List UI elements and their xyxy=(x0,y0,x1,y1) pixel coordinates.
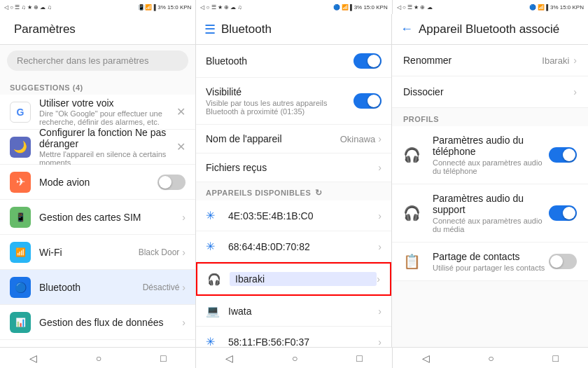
settings-item-bluetooth[interactable]: 🔵 Bluetooth Désactivé › xyxy=(0,270,195,305)
profile-media-audio[interactable]: 🎧 Paramètres audio du support Connecté a… xyxy=(392,184,588,243)
data-label: Gestion des flux de données xyxy=(39,317,182,328)
status-left-icons: ◁ ○ ☰ ♫ ★ ⊕ ☁ ♫ xyxy=(4,4,51,11)
settings-item-sim[interactable]: 📱 Gestion des cartes SIM › xyxy=(0,200,195,235)
bt-name-text: Nom de l'appareil xyxy=(206,133,340,144)
settings-item-voice-text: Utiliser votre voix Dire "Ok Google" pou… xyxy=(39,97,176,126)
recent-nav-btn-1[interactable]: □ xyxy=(153,353,173,364)
back-nav-btn-2[interactable]: ◁ xyxy=(218,353,240,364)
status-bar: ◁ ○ ☰ ♫ ★ ⊕ ☁ ♫ 📳📶 ▌3% 15:0 KPN ◁ ○ ☰ ★ … xyxy=(0,0,588,14)
bt-device-label-0: 4E:03:5E:4B:1B:C0 xyxy=(228,210,378,222)
bt-device-icon-58: ✳ xyxy=(206,335,220,347)
dissociate-label: Dissocier xyxy=(403,86,573,97)
settings-title: Paramètres xyxy=(14,22,76,36)
dnd-label: Configurer la fonction Ne pas déranger xyxy=(39,127,176,149)
bt-device-icon-1: ✳ xyxy=(206,240,220,253)
wifi-icon: 📶 xyxy=(10,242,31,263)
recent-nav-btn-2[interactable]: □ xyxy=(349,353,369,364)
status-right-icons: 📳📶 ▌3% 15:0 KPN xyxy=(138,4,191,11)
device-title: Appareil Bluetooth associé xyxy=(419,22,559,36)
bluetooth-title: Bluetooth xyxy=(221,22,272,36)
profile-contacts-sublabel: Utilisé pour partager les contacts xyxy=(433,264,549,272)
chevron-icon-files: › xyxy=(378,162,382,173)
bt-devices-section-label: APPAREILS DISPONIBLES ↻ xyxy=(196,182,391,200)
bt-device-ibaraki[interactable]: 🎧 Ibaraki › xyxy=(196,262,391,296)
bt-name-label: Nom de l'appareil xyxy=(206,133,340,144)
bt-device-0[interactable]: ✳ 4E:03:5E:4B:1B:C0 › xyxy=(196,200,391,231)
dissociate-item[interactable]: Dissocier › xyxy=(392,76,588,108)
bt-device-1[interactable]: ✳ 68:64:4B:0D:70:82 › xyxy=(196,231,391,262)
status-bar-panel1: ◁ ○ ☰ ♫ ★ ⊕ ☁ ♫ 📳📶 ▌3% 15:0 KPN xyxy=(0,0,196,14)
settings-item-data[interactable]: 📊 Gestion des flux de données › xyxy=(0,305,195,340)
bt-toggle-item[interactable]: Bluetooth xyxy=(196,45,391,78)
back-icon[interactable]: ← xyxy=(400,22,413,36)
bt-device-label-1: 68:64:4B:0D:70:82 xyxy=(228,241,378,252)
close-icon-dnd[interactable]: ✕ xyxy=(176,140,186,154)
nav-section-2: ◁ ○ □ xyxy=(196,348,392,368)
airplane-toggle[interactable] xyxy=(158,175,186,190)
profile-phone-audio[interactable]: 🎧 Paramètres audio du téléphone Connecté… xyxy=(392,126,588,184)
profile-phone-audio-label: Paramètres audio du téléphone xyxy=(433,135,549,157)
settings-item-airplane[interactable]: ✈ Mode avion xyxy=(0,165,195,200)
settings-item-voice[interactable]: G Utiliser votre voix Dire "Ok Google" p… xyxy=(0,95,195,130)
bt-device-iwata[interactable]: 💻 Iwata › xyxy=(196,296,391,327)
chevron-icon-d0: › xyxy=(378,210,382,222)
home-nav-btn-2[interactable]: ○ xyxy=(285,353,304,364)
chevron-icon-rename: › xyxy=(573,55,577,66)
settings-item-wifi[interactable]: 📶 Wi-Fi Black Door › xyxy=(0,235,195,270)
settings-item-airplane-text: Mode avion xyxy=(39,177,158,188)
bt-main-toggle[interactable] xyxy=(354,53,382,69)
settings-item-dnd[interactable]: 🌙 Configurer la fonction Ne pas déranger… xyxy=(0,130,195,165)
device-detail-panel: ← Appareil Bluetooth associé Renommer Ib… xyxy=(392,14,588,347)
profile-contacts-toggle[interactable] xyxy=(549,254,577,269)
profile-media-audio-toggle[interactable] xyxy=(549,205,577,221)
back-nav-btn-1[interactable]: ◁ xyxy=(22,353,44,364)
chevron-icon-wifi: › xyxy=(182,247,186,258)
more-icon: + xyxy=(10,347,31,348)
rename-item[interactable]: Renommer Ibaraki › xyxy=(392,45,588,76)
rename-value: Ibaraki xyxy=(542,55,569,66)
bt-name-item[interactable]: Nom de l'appareil Okinawa › xyxy=(196,125,391,154)
bt-files-label: Fichiers reçus xyxy=(206,162,378,173)
chevron-icon-ibaraki: › xyxy=(377,273,380,285)
profile-media-audio-icon: 🎧 xyxy=(403,205,423,222)
bt-device-icon-0: ✳ xyxy=(206,209,220,222)
bluetooth-settings-icon: 🔵 xyxy=(10,277,31,298)
wifi-value: Black Door xyxy=(139,247,180,257)
bt-device-icon-ibaraki: 🎧 xyxy=(207,273,221,286)
home-nav-btn-1[interactable]: ○ xyxy=(89,353,108,364)
settings-search[interactable]: Rechercher dans les paramètres xyxy=(7,50,188,71)
profile-phone-audio-toggle[interactable] xyxy=(549,147,577,163)
refresh-icon[interactable]: ↻ xyxy=(315,188,323,198)
settings-item-more[interactable]: + Plus › xyxy=(0,340,195,347)
recent-nav-btn-3[interactable]: □ xyxy=(546,353,566,364)
dnd-icon: 🌙 xyxy=(10,137,31,158)
status-left2: ◁ ○ ☰ ★ ⊕ ☁ ♫ xyxy=(200,4,241,11)
bt-device-58[interactable]: ✳ 58:11:FB:56:F0:37 › xyxy=(196,327,391,347)
bt-visibility-item[interactable]: Visibilité Visible par tous les autres a… xyxy=(196,78,391,125)
profile-phone-audio-text: Paramètres audio du téléphone Connecté a… xyxy=(433,135,549,175)
bt-visibility-label: Visibilité xyxy=(206,86,354,97)
home-nav-btn-3[interactable]: ○ xyxy=(481,353,500,364)
profile-contacts[interactable]: 📋 Partage de contacts Utilisé pour parta… xyxy=(392,243,588,281)
chevron-icon-sim: › xyxy=(182,212,186,223)
bt-device-label-ibaraki: Ibaraki xyxy=(230,272,377,286)
nav-section-3: ◁ ○ □ xyxy=(393,348,588,368)
bt-visibility-toggle[interactable] xyxy=(354,93,382,109)
settings-header: Paramètres xyxy=(0,14,195,45)
bt-device-label-iwata: Iwata xyxy=(228,306,378,317)
status-bar-panel3: ◁ ○ ☰ ★ ⊕ ☁ 🔵 📶 ▌3% 15:0 KPN xyxy=(393,0,588,14)
airplane-label: Mode avion xyxy=(39,177,158,188)
bt-main-label: Bluetooth xyxy=(206,55,354,67)
settings-item-sim-text: Gestion des cartes SIM xyxy=(39,212,182,223)
back-nav-btn-3[interactable]: ◁ xyxy=(415,353,437,364)
bt-device-58-container: ✳ 58:11:FB:56:F0:37 › ✕ Arrêter ⋮ Plus xyxy=(196,327,391,347)
chevron-icon-data: › xyxy=(182,317,186,328)
bluetooth-panel: ☰ Bluetooth Bluetooth Visibilité Visible… xyxy=(196,14,392,347)
bt-name-value: Okinawa xyxy=(340,134,376,144)
bt-visibility-text: Visibilité Visible par tous les autres a… xyxy=(206,86,354,116)
bt-files-item[interactable]: Fichiers reçus › xyxy=(196,154,391,182)
bt-toggle-text: Bluetooth xyxy=(206,55,354,67)
close-icon-voice[interactable]: ✕ xyxy=(176,105,186,118)
menu-icon: ☰ xyxy=(204,22,216,37)
bt-visibility-sublabel: Visible par tous les autres appareils Bl… xyxy=(206,99,354,116)
